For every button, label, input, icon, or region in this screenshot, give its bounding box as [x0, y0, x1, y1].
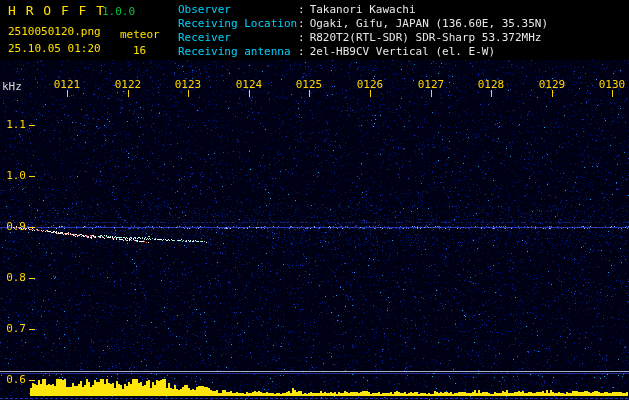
time-label: 0123 [173, 78, 203, 91]
time-label: 0127 [416, 78, 446, 91]
info-row-receiver: Receiver:R820T2(RTL-SDR) SDR-Sharp 53.37… [178, 31, 548, 45]
time-label: 0130 [597, 78, 627, 91]
hrofft-screen: H R O F F T 1.0.0 2510050120.png meteor … [0, 0, 629, 400]
app-title: H R O F F T [8, 3, 105, 18]
station-info: Observer:Takanori Kawachi Receiving Loca… [178, 3, 548, 59]
info-value: 2el-HB9CV Vertical (el. E-W) [310, 45, 495, 58]
info-colon: : [298, 45, 305, 58]
freq-label: 1.0 [4, 169, 26, 182]
info-colon: : [298, 31, 305, 44]
info-value: Ogaki, Gifu, JAPAN (136.60E, 35.35N) [310, 17, 548, 30]
timestamp: 25.10.05 01:20 [8, 42, 101, 55]
time-label: 0129 [537, 78, 567, 91]
header: H R O F F T 1.0.0 2510050120.png meteor … [0, 0, 629, 60]
info-colon: : [298, 3, 305, 16]
mode-label: meteor [120, 28, 160, 41]
time-label: 0125 [294, 78, 324, 91]
time-label: 0126 [355, 78, 385, 91]
info-row-observer: Observer:Takanori Kawachi [178, 3, 548, 17]
info-label: Receiving Location [178, 17, 298, 30]
output-filename: 2510050120.png [8, 25, 101, 38]
freq-label: 0.7 [4, 322, 26, 335]
time-label: 0128 [476, 78, 506, 91]
freq-unit-label: kHz [2, 80, 22, 93]
time-label: 0122 [113, 78, 143, 91]
freq-label: 0.9 [4, 220, 26, 233]
info-row-location: Receiving Location:Ogaki, Gifu, JAPAN (1… [178, 17, 548, 31]
info-label: Observer [178, 3, 298, 16]
info-row-antenna: Receiving antenna:2el-HB9CV Vertical (el… [178, 45, 548, 59]
freq-label: 0.6 [4, 373, 26, 386]
freq-label: 0.8 [4, 271, 26, 284]
info-label: Receiver [178, 31, 298, 44]
time-label: 0121 [52, 78, 82, 91]
spectrogram-canvas [0, 0, 629, 400]
info-value: Takanori Kawachi [310, 3, 416, 16]
info-value: R820T2(RTL-SDR) SDR-Sharp 53.372MHz [310, 31, 542, 44]
info-colon: : [298, 17, 305, 30]
info-label: Receiving antenna [178, 45, 298, 58]
freq-label: 1.1 [4, 118, 26, 131]
time-label: 0124 [234, 78, 264, 91]
app-version: 1.0.0 [102, 5, 135, 18]
echo-count: 16 [133, 44, 146, 57]
